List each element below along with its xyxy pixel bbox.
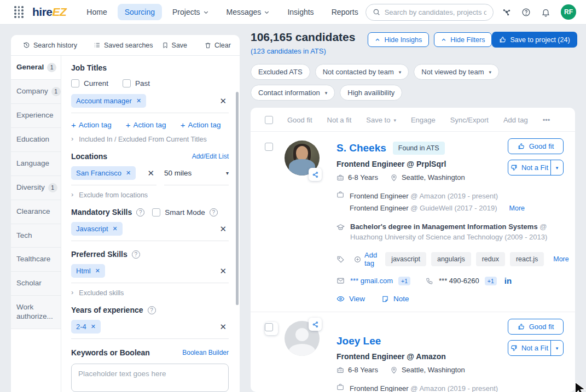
- excluded-skills-toggle[interactable]: ›Excluded skills: [71, 289, 229, 297]
- candidate-checkbox[interactable]: [265, 143, 273, 151]
- filters-scrollbar[interactable]: [236, 92, 239, 305]
- toolbar-sync-export[interactable]: Sync/Export: [450, 116, 489, 124]
- tab-company[interactable]: Company1: [11, 80, 61, 104]
- help-icon[interactable]: ?: [210, 208, 218, 217]
- nav-sourcing[interactable]: Sourcing: [118, 4, 162, 20]
- tab-tech[interactable]: Tech: [11, 224, 61, 248]
- chip-high-availability[interactable]: High availibility: [340, 85, 402, 101]
- nav-reports[interactable]: Reports: [324, 4, 365, 20]
- tab-diversity[interactable]: Diversity1: [11, 176, 61, 200]
- chip-not-viewed[interactable]: Not viewed by team▾: [414, 64, 499, 80]
- global-search[interactable]: [365, 4, 494, 21]
- notifications-bell-icon[interactable]: [541, 8, 550, 17]
- tab-experience[interactable]: Experience: [11, 104, 61, 128]
- keywords-textarea[interactable]: [78, 370, 222, 386]
- current-checkbox[interactable]: Current: [71, 79, 108, 87]
- job-title-tag[interactable]: Account manager✕: [71, 94, 146, 108]
- toolbar-more-menu[interactable]: •••: [543, 116, 550, 124]
- hireez-logo[interactable]: hireEZ: [32, 5, 66, 19]
- good-fit-button[interactable]: Good fit: [508, 138, 564, 154]
- skill-pill[interactable]: react.js: [510, 252, 544, 266]
- radius-dropdown[interactable]: 50 miles ▾: [164, 166, 229, 185]
- remove-tag-icon[interactable]: ✕: [126, 169, 131, 177]
- share-icon[interactable]: [309, 168, 322, 181]
- ats-count-link[interactable]: (123 candidates in ATS): [251, 47, 355, 55]
- tab-clearance[interactable]: Clearance: [11, 200, 61, 224]
- remove-tag-icon[interactable]: ✕: [91, 323, 96, 330]
- clear-job-titles-icon[interactable]: ✕: [217, 96, 229, 106]
- nav-home[interactable]: Home: [79, 4, 114, 20]
- toolbar-good-fit[interactable]: Good fit: [287, 116, 312, 124]
- checkbox[interactable]: [152, 208, 160, 217]
- skill-tag[interactable]: Html✕: [71, 264, 105, 278]
- save-search-button[interactable]: Save: [159, 39, 191, 51]
- user-avatar[interactable]: RF: [561, 4, 576, 20]
- extension-icon[interactable]: [502, 8, 511, 16]
- tab-tealthcare[interactable]: Tealthcare: [11, 248, 61, 272]
- candidate-email[interactable]: *** gmail.com: [350, 277, 393, 285]
- select-all-checkbox[interactable]: [265, 116, 273, 124]
- toolbar-add-tag[interactable]: Add tag: [503, 116, 528, 124]
- add-tag-button[interactable]: Add tag: [354, 251, 377, 267]
- action-tag-button[interactable]: +Action tag: [71, 120, 112, 130]
- boolean-builder-link[interactable]: Boolean Builder: [182, 349, 229, 356]
- skill-pill[interactable]: javascript: [385, 252, 426, 266]
- help-icon[interactable]: ?: [136, 208, 144, 217]
- skill-tag[interactable]: Javascript✕: [71, 222, 123, 236]
- not-a-fit-dropdown[interactable]: ▾: [550, 341, 563, 355]
- action-tag-button[interactable]: +Action tag: [126, 120, 166, 130]
- view-button[interactable]: View: [336, 295, 365, 303]
- remove-tag-icon[interactable]: ✕: [113, 225, 118, 232]
- clear-locations-icon[interactable]: ✕: [145, 168, 156, 178]
- smart-mode-checkbox[interactable]: Smart Mode: [152, 208, 205, 217]
- chip-not-contacted[interactable]: Not contacted by team▾: [315, 64, 409, 80]
- nav-projects[interactable]: Projects: [165, 4, 216, 20]
- add-edit-list-link[interactable]: Add/Edit List: [192, 153, 229, 160]
- past-checkbox[interactable]: Past: [123, 79, 150, 87]
- not-a-fit-button[interactable]: Not a Fit ▾: [508, 340, 564, 356]
- clear-years-icon[interactable]: ✕: [217, 322, 229, 332]
- share-icon[interactable]: [309, 318, 322, 331]
- included-excluded-toggle[interactable]: ›Included In / Excluded From Current Tit…: [71, 135, 229, 143]
- nav-messages[interactable]: Messages: [219, 4, 277, 20]
- good-fit-button[interactable]: Good fit: [508, 319, 564, 335]
- candidate-name[interactable]: Joey Lee: [336, 335, 381, 347]
- linkedin-icon[interactable]: in: [504, 276, 512, 285]
- location-tag[interactable]: San Francisco✕: [71, 166, 136, 180]
- toolbar-engage[interactable]: Engage: [411, 116, 436, 124]
- tab-work-authorize[interactable]: Work authorize...: [11, 296, 61, 329]
- toolbar-save-to[interactable]: Save to▾: [366, 116, 396, 124]
- saved-searches-button[interactable]: Saved searches: [90, 39, 156, 51]
- clear-filters-button[interactable]: Clear: [201, 39, 234, 51]
- action-tag-button[interactable]: +Action tag: [181, 120, 221, 130]
- candidate-name[interactable]: S. Cheeks: [336, 142, 386, 154]
- skill-pill[interactable]: angularjs: [431, 252, 471, 266]
- skill-pill[interactable]: redux: [476, 252, 505, 266]
- remove-tag-icon[interactable]: ✕: [95, 267, 100, 274]
- not-a-fit-button[interactable]: Not a Fit ▾: [508, 160, 564, 175]
- hide-filters-button[interactable]: Hide Filters: [434, 32, 492, 47]
- keywords-input-box[interactable]: [71, 364, 229, 392]
- save-to-project-button[interactable]: Save to project (24): [492, 32, 577, 48]
- extra-phones-badge[interactable]: +1: [485, 277, 497, 285]
- note-button[interactable]: Note: [381, 295, 409, 303]
- help-icon[interactable]: [521, 8, 531, 17]
- remove-tag-icon[interactable]: ✕: [136, 97, 141, 104]
- checkbox[interactable]: [123, 79, 131, 87]
- nav-insights[interactable]: Insights: [280, 4, 321, 20]
- help-icon[interactable]: ?: [132, 250, 140, 259]
- global-search-input[interactable]: [385, 8, 486, 16]
- chip-contact-information[interactable]: Contact information▾: [251, 85, 335, 101]
- experience-more-link[interactable]: More: [509, 204, 525, 212]
- chip-excluded-ats[interactable]: Excluded ATS: [251, 64, 310, 80]
- clear-preferred-skills-icon[interactable]: ✕: [217, 266, 229, 276]
- hide-insights-button[interactable]: Hide Insighs: [368, 32, 429, 47]
- checkbox[interactable]: [71, 79, 79, 87]
- toolbar-not-a-fit[interactable]: Not a fit: [327, 116, 352, 124]
- not-a-fit-dropdown[interactable]: ▾: [550, 160, 563, 175]
- tab-education[interactable]: Education: [11, 128, 61, 152]
- exclude-locations-toggle[interactable]: ›Exclude from locations: [71, 191, 229, 199]
- skills-more-link[interactable]: More: [553, 255, 568, 263]
- apps-grid-icon[interactable]: [14, 6, 24, 18]
- help-icon[interactable]: ?: [148, 306, 156, 314]
